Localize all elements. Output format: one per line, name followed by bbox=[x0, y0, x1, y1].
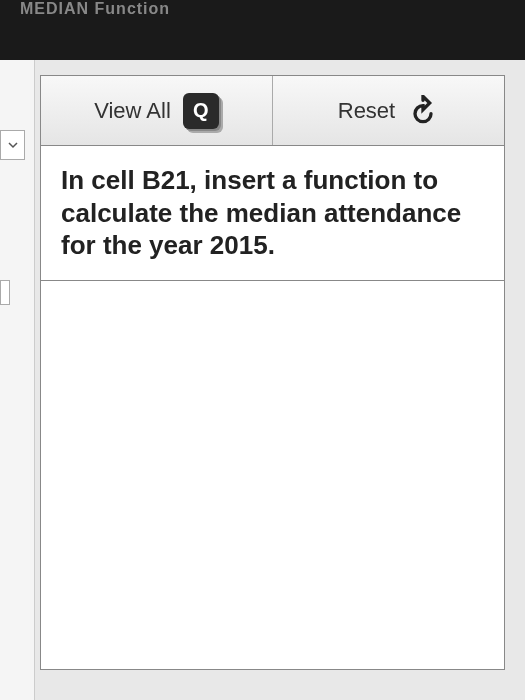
view-all-button[interactable]: View All Q bbox=[41, 76, 273, 145]
instruction-text-box: In cell B21, insert a function to calcul… bbox=[41, 146, 504, 281]
reset-label: Reset bbox=[338, 98, 395, 124]
task-panel: View All Q Reset In cell B21, insert a f… bbox=[40, 75, 505, 670]
reset-icon bbox=[407, 95, 439, 127]
view-all-label: View All bbox=[94, 98, 171, 124]
panel-toolbar: View All Q Reset bbox=[41, 76, 504, 146]
left-dropdown-control[interactable] bbox=[0, 130, 25, 160]
window-header: MEDIAN Function bbox=[0, 0, 525, 43]
instruction-text: In cell B21, insert a function to calcul… bbox=[61, 165, 461, 260]
left-edge-handle[interactable] bbox=[0, 280, 10, 305]
main-area: View All Q Reset In cell B21, insert a f… bbox=[0, 60, 525, 700]
reset-button[interactable]: Reset bbox=[273, 76, 504, 145]
header-title: MEDIAN Function bbox=[20, 0, 170, 17]
question-card-icon: Q bbox=[183, 93, 219, 129]
chevron-down-icon bbox=[8, 140, 18, 150]
